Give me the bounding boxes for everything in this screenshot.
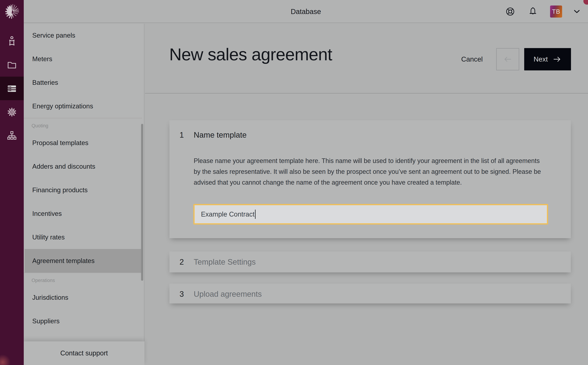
avatar[interactable]: TB (550, 6, 562, 18)
step-number: 1 (179, 131, 194, 139)
gear-icon (6, 107, 17, 118)
folder-icon (6, 59, 17, 70)
step-card-upload-agreements[interactable]: 3 Upload agreements (169, 284, 571, 303)
page-title: New sales agreement (169, 44, 332, 64)
next-button-label: Next (533, 55, 548, 63)
lifebuoy-icon (505, 6, 515, 17)
step-title: Upload agreements (194, 290, 262, 298)
chevron-down-icon (574, 10, 580, 14)
sidebar-item-label: Utility rates (32, 234, 65, 241)
sidebar-item-label: Service panels (32, 32, 75, 39)
template-name-input[interactable]: Example Contract (193, 204, 548, 225)
next-button[interactable]: Next (524, 48, 571, 70)
sidebar-item-label: Adders and discounts (32, 163, 95, 170)
rail-item-org[interactable] (0, 124, 24, 147)
contact-support-button[interactable]: Contact support (24, 341, 144, 365)
rail-item-database[interactable] (0, 77, 24, 100)
sidebar-item-label: Jurisdictions (32, 294, 68, 301)
sidebar-item-adders-discounts[interactable]: Adders and discounts (24, 155, 144, 178)
account-menu-button[interactable] (574, 10, 580, 14)
step-header: 3 Upload agreements (169, 284, 571, 304)
sidebar-item-service-panels[interactable]: Service panels (24, 24, 144, 47)
arrow-right-icon (552, 55, 562, 64)
sidebar-item-label: Financing products (32, 186, 88, 194)
rail-nav (0, 29, 24, 147)
sidebar-item-suppliers[interactable]: Suppliers (24, 309, 144, 333)
step-number: 2 (179, 258, 194, 267)
text-cursor (255, 210, 256, 219)
arrow-left-icon (503, 55, 512, 64)
sidebar-item-label: Energy optimizations (32, 103, 93, 110)
app-logo[interactable] (0, 0, 24, 23)
sidebar-section-quoting: Quoting (24, 118, 144, 131)
sunburst-logo-icon (4, 3, 20, 20)
rail-glow (0, 354, 11, 365)
sidebar-item-incentives[interactable]: Incentives (24, 202, 144, 225)
sidebar-item-label: Suppliers (32, 317, 60, 325)
sidebar-item-energy-optimizations[interactable]: Energy optimizations (24, 94, 144, 118)
rail-item-ambassadors[interactable] (0, 29, 24, 53)
person-star-icon (6, 36, 17, 47)
icon-rail (0, 0, 24, 365)
step-card-name-template: 1 Name template Please name your agreeme… (169, 120, 571, 238)
sidebar-item-utility-rates[interactable]: Utility rates (24, 225, 144, 249)
template-name-value: Example Contract (201, 211, 254, 218)
top-header: Database (24, 0, 588, 23)
step-card-template-settings[interactable]: 2 Template Settings (169, 252, 571, 272)
rail-item-projects[interactable] (0, 53, 24, 77)
step-header: 2 Template Settings (169, 252, 571, 272)
page-context-title: Database (24, 0, 588, 23)
org-chart-icon (6, 130, 17, 141)
sidebar-item-proposal-templates[interactable]: Proposal templates (24, 131, 144, 155)
sidebar-item-label: Proposal templates (32, 139, 89, 147)
header-actions: TB (505, 0, 580, 23)
database-table-icon (6, 83, 18, 94)
help-button[interactable] (505, 6, 516, 17)
step-number: 3 (179, 290, 194, 298)
back-button[interactable] (496, 48, 519, 70)
sidebar-item-meters[interactable]: Meters (24, 47, 144, 71)
step-header: 1 Name template (169, 120, 571, 139)
sidebar-item-label: Incentives (32, 210, 62, 218)
wizard-actions: Cancel Next (461, 48, 571, 70)
notifications-button[interactable] (527, 6, 538, 17)
bell-icon (528, 6, 538, 17)
step-title: Name template (194, 131, 246, 139)
step-title: Template Settings (194, 258, 256, 267)
sidebar-item-financing-products[interactable]: Financing products (24, 178, 144, 202)
rail-item-settings[interactable] (0, 100, 24, 124)
cancel-button[interactable]: Cancel (461, 55, 483, 63)
sidebar-item-label: Meters (32, 55, 52, 63)
sidebar-section-operations: Operations (24, 273, 144, 286)
sidebar-item-batteries[interactable]: Batteries (24, 71, 144, 94)
sidebar-scrollbar[interactable] (141, 124, 143, 281)
main-content: New sales agreement Cancel Next (145, 24, 588, 365)
database-sidebar: Service panels Meters Batteries Energy o… (24, 24, 144, 365)
sidebar-item-jurisdictions[interactable]: Jurisdictions (24, 286, 144, 309)
page-header-section: New sales agreement Cancel Next (145, 24, 588, 94)
sidebar-item-agreement-templates[interactable]: Agreement templates (25, 249, 142, 273)
sidebar-item-label: Batteries (32, 79, 58, 86)
sidebar-item-label: Agreement templates (32, 257, 95, 265)
step-description: Please name your agreement template here… (194, 155, 546, 188)
